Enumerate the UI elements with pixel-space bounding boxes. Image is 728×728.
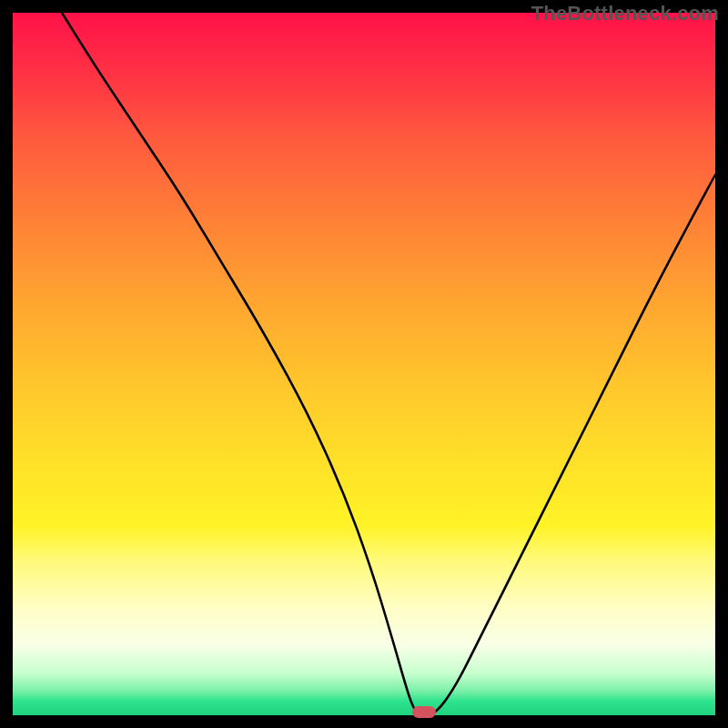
optimal-marker [412,706,436,718]
curve-svg [13,13,715,715]
watermark-text: TheBottleneck.com [531,2,719,25]
chart-container: TheBottleneck.com [0,0,728,728]
bottleneck-curve [62,13,715,715]
plot-area [13,13,715,715]
